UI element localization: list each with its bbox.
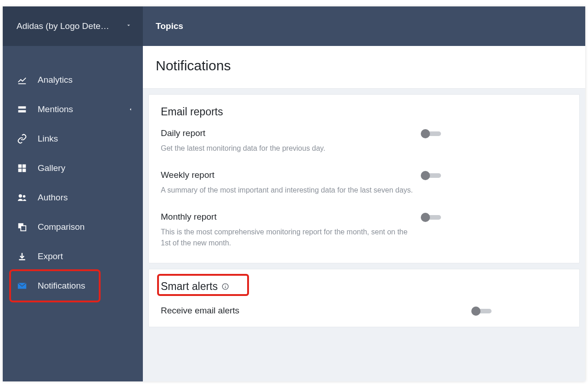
svg-rect-10: [19, 259, 25, 261]
project-selector[interactable]: Adidas (by Logo Dete…: [3, 6, 143, 46]
sidebar-item-label: Comparison: [38, 222, 85, 232]
monthly-report-title: Monthly report: [161, 212, 418, 222]
app-frame: Adidas (by Logo Dete… Analytics Mentions: [3, 6, 585, 381]
monthly-report-desc: This is the most comprehensive monitorin…: [161, 227, 418, 250]
sidebar-item-analytics[interactable]: Analytics: [3, 65, 143, 95]
svg-rect-3: [23, 165, 26, 168]
sidebar-item-label: Export: [38, 251, 63, 261]
caret-left-icon: [128, 105, 133, 114]
email-reports-heading: Email reports: [161, 106, 567, 118]
monthly-report-row: Monthly report This is the most comprehe…: [161, 212, 441, 250]
topbar: Topics: [143, 6, 585, 46]
sidebar-item-mentions[interactable]: Mentions: [3, 95, 143, 124]
receive-alerts-row: Receive email alerts: [161, 306, 492, 320]
weekly-report-text: Weekly report A summary of the most impo…: [161, 170, 413, 196]
svg-point-6: [19, 194, 22, 198]
sidebar-item-label: Analytics: [38, 75, 73, 85]
receive-alerts-text: Receive email alerts: [161, 306, 239, 320]
svg-point-13: [225, 285, 226, 285]
page-header: Notifications: [143, 46, 585, 89]
daily-report-row: Daily report Get the latest monitoring d…: [161, 128, 441, 154]
sidebar-item-comparison[interactable]: Comparison: [3, 212, 143, 242]
sidebar-item-export[interactable]: Export: [3, 242, 143, 271]
svg-point-7: [23, 195, 26, 198]
mentions-icon: [17, 104, 28, 115]
weekly-report-toggle[interactable]: [421, 171, 441, 180]
smart-alerts-card: Smart alerts Receive email alerts: [148, 269, 580, 327]
content-scroll: Notifications Email reports Daily report…: [143, 46, 585, 327]
svg-rect-5: [23, 169, 26, 172]
svg-rect-9: [21, 226, 26, 231]
gallery-icon: [17, 163, 28, 174]
weekly-report-desc: A summary of the most important and inte…: [161, 185, 413, 196]
topbar-title: Topics: [156, 21, 183, 31]
sidebar: Adidas (by Logo Dete… Analytics Mentions: [3, 6, 143, 381]
daily-report-title: Daily report: [161, 128, 325, 138]
toggle-knob: [421, 171, 430, 180]
page-title: Notifications: [156, 58, 572, 74]
svg-rect-2: [18, 165, 22, 168]
toggle-knob: [471, 307, 481, 316]
sidebar-nav: Analytics Mentions Links: [3, 46, 143, 301]
sidebar-item-label: Notifications: [38, 281, 85, 291]
link-icon: [17, 133, 28, 144]
receive-alerts-toggle[interactable]: [471, 307, 492, 316]
svg-rect-1: [18, 110, 26, 113]
monthly-report-text: Monthly report This is the most comprehe…: [161, 212, 418, 250]
info-icon[interactable]: [221, 283, 229, 290]
smart-alerts-heading-text: Smart alerts: [161, 280, 218, 293]
smart-alerts-heading: Smart alerts: [161, 280, 567, 293]
svg-rect-0: [18, 106, 26, 108]
authors-icon: [17, 192, 28, 203]
sidebar-item-label: Links: [38, 134, 58, 144]
main-area: Topics Notifications Email reports Daily…: [143, 6, 585, 381]
sidebar-item-label: Authors: [38, 193, 68, 203]
sidebar-item-notifications[interactable]: Notifications: [3, 271, 143, 301]
toggle-knob: [421, 213, 430, 222]
svg-rect-4: [18, 169, 22, 172]
daily-report-text: Daily report Get the latest monitoring d…: [161, 128, 325, 154]
analytics-icon: [17, 74, 28, 85]
project-name: Adidas (by Logo Dete…: [17, 21, 109, 31]
sidebar-item-gallery[interactable]: Gallery: [3, 153, 143, 183]
sidebar-item-authors[interactable]: Authors: [3, 183, 143, 212]
weekly-report-title: Weekly report: [161, 170, 413, 180]
email-reports-card: Email reports Daily report Get the lates…: [148, 94, 580, 263]
daily-report-toggle[interactable]: [421, 129, 441, 138]
export-icon: [17, 251, 28, 262]
receive-alerts-title: Receive email alerts: [161, 306, 239, 316]
comparison-icon: [17, 222, 28, 233]
daily-report-desc: Get the latest monitoring data for the p…: [161, 143, 325, 154]
sidebar-item-label: Gallery: [38, 163, 65, 173]
chevron-down-icon: [125, 22, 132, 30]
monthly-report-toggle[interactable]: [421, 213, 441, 222]
sidebar-item-links[interactable]: Links: [3, 124, 143, 153]
weekly-report-row: Weekly report A summary of the most impo…: [161, 170, 441, 196]
notifications-icon: [17, 280, 28, 291]
toggle-knob: [421, 129, 430, 138]
sidebar-item-label: Mentions: [38, 104, 73, 114]
